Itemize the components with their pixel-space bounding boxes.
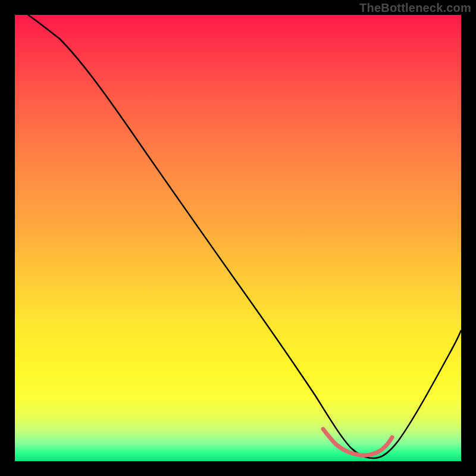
chart-svg [15, 15, 461, 461]
plot-area [15, 15, 461, 461]
chart-frame: TheBottleneck.com [0, 0, 476, 476]
bottleneck-curve [28, 15, 461, 458]
optimal-range-marker [323, 429, 392, 455]
watermark-text: TheBottleneck.com [359, 1, 471, 15]
